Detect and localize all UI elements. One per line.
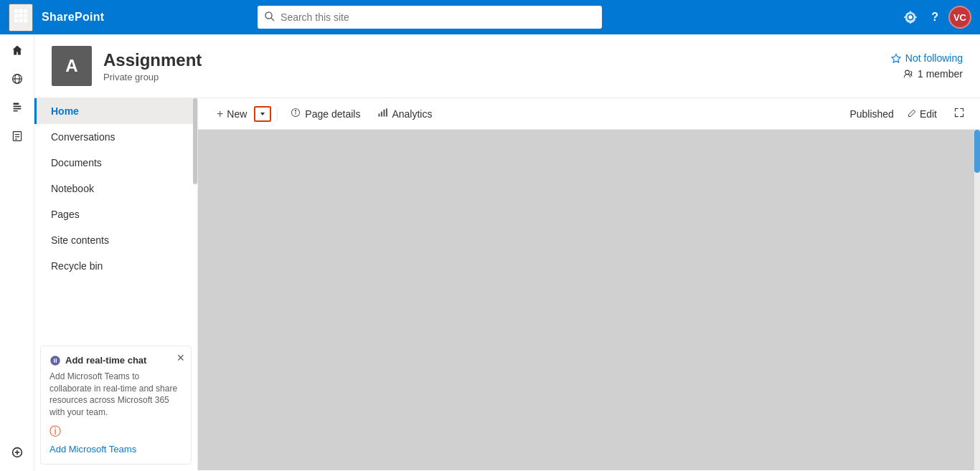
edit-label: Edit <box>920 108 937 120</box>
not-following-button[interactable]: Not following <box>891 52 963 64</box>
topbar-right: ? VC <box>900 6 971 29</box>
teams-promo-title: Add real-time chat <box>50 355 182 366</box>
svg-rect-30 <box>379 113 380 116</box>
svg-rect-15 <box>13 106 21 108</box>
page-content: + New <box>198 98 980 470</box>
svg-rect-1 <box>19 9 23 13</box>
site-header: A Assignment Private group Not following <box>34 34 980 98</box>
teams-promo-link[interactable]: Add Microsoft Teams <box>50 444 136 455</box>
nav-item-notebook[interactable]: Notebook <box>34 176 197 201</box>
teams-promo: ✕ Add real-time chat Add Microsoft Teams… <box>40 346 192 465</box>
svg-rect-16 <box>13 108 21 110</box>
svg-point-26 <box>905 70 910 75</box>
not-following-label: Not following <box>905 52 963 64</box>
svg-rect-17 <box>13 110 17 112</box>
members-link[interactable]: 1 member <box>903 68 963 80</box>
members-count: 1 member <box>918 68 963 80</box>
toolbar-separator-1 <box>277 107 278 121</box>
svg-marker-25 <box>892 54 900 62</box>
nav-scrollbar[interactable] <box>193 98 197 470</box>
page-details-label: Page details <box>305 108 360 120</box>
svg-rect-5 <box>24 14 27 17</box>
main-wrapper: A Assignment Private group Not following <box>34 34 980 471</box>
svg-rect-4 <box>19 14 23 17</box>
svg-rect-0 <box>14 9 18 13</box>
page-canvas <box>198 130 980 470</box>
left-nav: Home Conversations Documents Notebook Pa… <box>34 98 198 470</box>
nav-item-pages[interactable]: Pages <box>34 201 197 227</box>
svg-rect-2 <box>24 9 27 13</box>
analytics-button[interactable]: Analytics <box>370 103 439 124</box>
svg-rect-32 <box>384 110 385 117</box>
rail-globe-icon[interactable] <box>4 66 30 92</box>
page-details-icon <box>291 108 301 120</box>
svg-rect-6 <box>14 19 18 22</box>
right-scrollbar[interactable] <box>974 130 980 470</box>
nav-item-documents[interactable]: Documents <box>34 150 197 176</box>
site-subtitle: Private group <box>103 72 202 82</box>
site-title: Assignment <box>103 50 202 70</box>
svg-rect-3 <box>14 14 18 17</box>
content-area: Home Conversations Documents Notebook Pa… <box>34 98 980 470</box>
rail-home-icon[interactable] <box>4 37 30 63</box>
toolbar-right: Published Edit <box>849 103 969 124</box>
search-icon <box>265 11 275 24</box>
teams-promo-info-icon: ⓘ <box>50 424 182 439</box>
svg-rect-14 <box>13 103 19 105</box>
search-bar <box>258 6 602 29</box>
rail-add-icon[interactable] <box>4 439 30 465</box>
left-rail <box>0 34 34 471</box>
new-button[interactable]: + New <box>209 103 251 125</box>
analytics-icon <box>377 108 387 120</box>
rail-pages-icon[interactable] <box>4 95 30 120</box>
avatar[interactable]: VC <box>948 6 971 29</box>
page-details-button[interactable]: Page details <box>283 103 367 124</box>
nav-scrollbar-thumb <box>193 98 197 184</box>
nav-item-home[interactable]: Home <box>34 98 197 124</box>
published-status: Published <box>849 108 894 120</box>
teams-promo-body: Add Microsoft Teams to collaborate in re… <box>50 371 182 419</box>
site-header-left: A Assignment Private group <box>52 46 202 86</box>
svg-rect-33 <box>386 108 387 116</box>
expand-button[interactable] <box>950 103 969 124</box>
nav-item-site-contents[interactable]: Site contents <box>34 227 197 253</box>
topbar: SharePoint ? VC <box>0 0 980 34</box>
nav-item-conversations[interactable]: Conversations <box>34 124 197 150</box>
teams-promo-close-button[interactable]: ✕ <box>176 352 185 363</box>
edit-button[interactable]: Edit <box>900 104 944 124</box>
svg-line-10 <box>271 18 274 21</box>
site-logo: A <box>52 46 92 86</box>
new-label: New <box>227 108 247 120</box>
site-header-right: Not following 1 member <box>891 52 963 80</box>
settings-icon[interactable] <box>900 6 921 28</box>
page-toolbar: + New <box>198 98 980 130</box>
waffle-icon[interactable] <box>9 4 33 32</box>
new-plus-icon: + <box>217 108 223 120</box>
analytics-label: Analytics <box>392 108 432 120</box>
svg-rect-7 <box>19 19 23 22</box>
svg-point-9 <box>265 12 272 19</box>
new-dropdown-arrow-button[interactable] <box>254 106 271 122</box>
help-icon[interactable]: ? <box>927 6 943 28</box>
left-nav-scroll: Home Conversations Documents Notebook Pa… <box>34 98 197 340</box>
svg-point-29 <box>296 110 296 111</box>
site-info: Assignment Private group <box>103 50 202 82</box>
nav-item-recycle-bin[interactable]: Recycle bin <box>34 253 197 279</box>
svg-rect-8 <box>24 19 27 22</box>
search-input[interactable] <box>281 11 595 23</box>
rail-doc-icon[interactable] <box>4 123 30 149</box>
brand-name: SharePoint <box>42 11 104 24</box>
right-scrollbar-thumb <box>974 130 980 173</box>
svg-rect-31 <box>381 112 382 117</box>
